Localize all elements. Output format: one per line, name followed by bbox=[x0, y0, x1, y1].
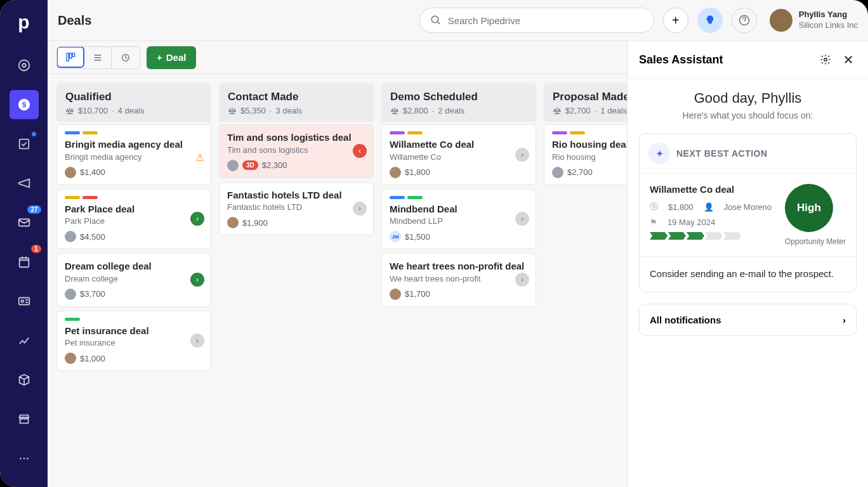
help-icon bbox=[739, 15, 750, 26]
all-notifications-link[interactable]: All notifications › bbox=[639, 304, 857, 336]
column-count: 4 deals bbox=[118, 106, 145, 115]
svg-point-0 bbox=[22, 63, 26, 67]
column-count: 3 deals bbox=[275, 106, 302, 115]
deal-value: $1,700 bbox=[405, 289, 430, 299]
left-sidebar: p $ 27 1 bbox=[0, 0, 48, 487]
svg-rect-4 bbox=[19, 140, 29, 149]
next-best-action-card: ✦ NEXT BEST ACTION Willamette Co deal ⓢ$… bbox=[639, 133, 857, 292]
deal-status-icon[interactable]: › bbox=[190, 212, 204, 226]
nav-insights[interactable] bbox=[10, 326, 39, 355]
deal-title: Mindbend Deal bbox=[390, 203, 528, 216]
deal-card[interactable]: Pet insurance deal Pet insurance $1,000 … bbox=[56, 311, 211, 372]
nav-mail[interactable]: 27 bbox=[10, 208, 39, 237]
deal-value: $3,700 bbox=[80, 289, 105, 299]
user-menu[interactable]: Phyllis Yang Silicon Links Inc bbox=[770, 9, 858, 32]
owner-avatar bbox=[65, 289, 76, 300]
deal-org: Willamette Co bbox=[390, 152, 528, 162]
search-box[interactable] bbox=[419, 8, 654, 33]
svg-point-8 bbox=[21, 300, 23, 302]
plus-icon: + bbox=[157, 52, 162, 63]
app-logo: p bbox=[10, 8, 39, 37]
column-meta: $10,700 · 4 deals bbox=[65, 106, 202, 115]
deal-card[interactable]: Bringit media agency deal Bringit media … bbox=[56, 124, 211, 185]
deal-org: Tim and sons logistics bbox=[227, 145, 365, 155]
help-button[interactable] bbox=[732, 8, 757, 33]
deal-card[interactable]: Willamette Co deal Willamette Co $1,800 … bbox=[381, 124, 536, 185]
column-meta: $2,800 · 2 deals bbox=[390, 106, 527, 115]
deal-status-icon[interactable]: › bbox=[515, 212, 529, 226]
deal-org: We heart trees non-profit bbox=[390, 274, 528, 283]
deal-card[interactable]: We heart trees non-profit deal We heart … bbox=[381, 253, 536, 307]
deal-status-icon[interactable]: › bbox=[353, 202, 367, 216]
pipeline-column: Qualified $10,700 · 4 deals Bringit medi… bbox=[56, 83, 211, 478]
deal-card[interactable]: Tim and sons logistics deal Tim and sons… bbox=[219, 124, 374, 178]
svg-point-12 bbox=[431, 16, 438, 23]
pipeline-column: Contact Made $5,350 · 3 deals Tim and so… bbox=[219, 83, 374, 478]
nba-deal-owner: Jose Moreno bbox=[724, 202, 772, 212]
svg-rect-15 bbox=[70, 53, 72, 58]
nba-deal-title[interactable]: Willamette Co deal bbox=[650, 184, 776, 195]
nav-campaigns[interactable] bbox=[10, 169, 39, 198]
svg-point-11 bbox=[27, 458, 29, 460]
deal-value: $1,500 bbox=[405, 232, 430, 242]
sales-assistant-panel: Sales Assistant Good day, Phyllis Here's… bbox=[627, 41, 868, 487]
gear-icon bbox=[820, 54, 831, 65]
deal-status-icon[interactable]: › bbox=[190, 273, 204, 287]
money-icon: ⓢ bbox=[650, 201, 658, 212]
owner-avatar bbox=[65, 167, 76, 178]
view-kanban[interactable] bbox=[56, 46, 84, 68]
pipeline-column: Demo Scheduled $2,800 · 2 deals Willamet… bbox=[381, 83, 536, 478]
nav-marketplace[interactable] bbox=[10, 405, 39, 434]
deal-status-icon[interactable]: › bbox=[190, 334, 204, 347]
stage-progress bbox=[650, 232, 776, 240]
add-button[interactable]: + bbox=[663, 8, 688, 33]
deal-status-icon[interactable]: › bbox=[515, 148, 529, 162]
owner-avatar bbox=[390, 289, 401, 300]
nav-contacts[interactable] bbox=[10, 287, 39, 316]
deal-org: Mindbend LLP bbox=[390, 216, 528, 226]
deal-title: Tim and sons logistics deal bbox=[227, 131, 365, 144]
deal-tags bbox=[390, 131, 528, 134]
deal-card[interactable]: Park Place deal Park Place $4,500 › bbox=[56, 189, 211, 250]
deal-tags bbox=[390, 196, 528, 199]
bulb-icon bbox=[704, 15, 716, 26]
deal-tags bbox=[65, 318, 203, 321]
nav-calendar[interactable]: 1 bbox=[10, 247, 39, 276]
deal-status-icon[interactable]: ‹ bbox=[353, 144, 367, 158]
nba-recommendation: Consider sending an e-mail to the prospe… bbox=[640, 257, 856, 292]
svg-point-1 bbox=[18, 60, 29, 71]
deal-title: Bringit media agency deal bbox=[65, 138, 203, 151]
deal-title: We heart trees non-profit deal bbox=[390, 260, 528, 273]
view-forecast[interactable] bbox=[112, 47, 140, 68]
deal-value: $1,800 bbox=[405, 167, 430, 177]
view-list[interactable] bbox=[84, 47, 112, 68]
deal-org: Pet insurance bbox=[65, 338, 203, 347]
nav-more[interactable] bbox=[10, 444, 39, 473]
nav-leads[interactable] bbox=[10, 51, 39, 80]
scale-icon bbox=[553, 107, 562, 115]
deal-value: $1,000 bbox=[80, 354, 105, 363]
deal-card[interactable]: Fantastic hotels LTD deal Fantastic hote… bbox=[219, 182, 374, 236]
user-name: Phyllis Yang bbox=[799, 10, 858, 20]
nav-deals[interactable]: $ bbox=[10, 90, 39, 119]
column-count: 2 deals bbox=[438, 106, 464, 115]
deal-value: $1,400 bbox=[80, 167, 105, 177]
deal-title: Fantastic hotels LTD deal bbox=[227, 189, 365, 202]
owner-avatar bbox=[65, 353, 76, 364]
assistant-settings[interactable] bbox=[817, 51, 834, 68]
owner-avatar bbox=[65, 231, 76, 242]
assistant-close[interactable] bbox=[840, 51, 857, 68]
deal-card[interactable]: Mindbend Deal Mindbend LLP JM$1,500 › bbox=[381, 189, 536, 250]
svg-point-18 bbox=[824, 58, 827, 62]
column-amount: $2,700 bbox=[565, 106, 591, 115]
nav-products[interactable] bbox=[10, 365, 39, 394]
svg-rect-14 bbox=[67, 53, 69, 61]
add-deal-button[interactable]: +Deal bbox=[147, 46, 196, 69]
assistant-toggle[interactable] bbox=[697, 8, 723, 33]
deal-card[interactable]: Dream college deal Dream college $3,700 … bbox=[56, 253, 211, 307]
nav-activities[interactable] bbox=[10, 129, 39, 159]
deal-status-icon[interactable]: › bbox=[515, 273, 529, 287]
assistant-title: Sales Assistant bbox=[639, 53, 811, 67]
scale-icon bbox=[65, 107, 74, 115]
search-input[interactable] bbox=[448, 15, 643, 26]
